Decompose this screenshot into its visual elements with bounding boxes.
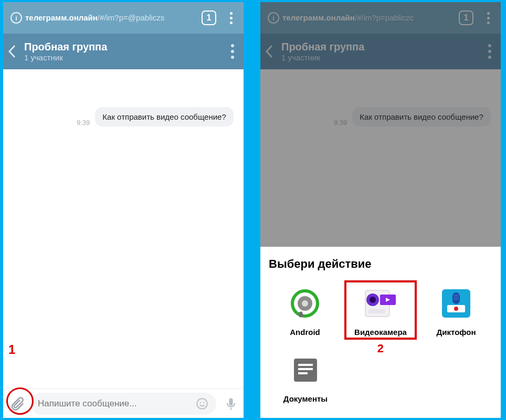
- message-input[interactable]: [38, 398, 195, 409]
- browser-bar: i телеграмм.онлайн/#/im?p=@pabliczs 1: [3, 2, 244, 34]
- svg-rect-23: [298, 368, 313, 370]
- svg-point-10: [370, 297, 376, 303]
- chat-title: Пробная группа: [24, 41, 107, 53]
- site-info-icon[interactable]: i: [10, 12, 22, 24]
- phone-left: i телеграмм.онлайн/#/im?p=@pabliczs 1 Пр…: [3, 2, 244, 418]
- message-input-wrap[interactable]: [30, 393, 216, 415]
- chat-subtitle: 1 участник: [24, 53, 107, 62]
- back-icon[interactable]: [7, 44, 22, 59]
- paperclip-icon: [9, 396, 25, 412]
- action-documents[interactable]: Документы: [269, 347, 342, 406]
- action-videocamera[interactable]: Видеокамера 2: [344, 280, 417, 340]
- videocamera-icon: [361, 284, 400, 323]
- recorder-icon: [436, 284, 476, 323]
- chat-title-block[interactable]: Пробная группа 1 участник: [24, 41, 107, 62]
- svg-rect-17: [452, 292, 460, 304]
- sheet-title: Выбери действие: [269, 257, 492, 271]
- svg-rect-20: [454, 299, 459, 300]
- action-label: Диктофон: [437, 328, 476, 337]
- tabs-button[interactable]: 1: [202, 10, 216, 25]
- svg-rect-24: [298, 372, 308, 374]
- action-label: Android: [290, 328, 320, 337]
- url-path: /#/im?p=@pabliczs: [98, 13, 164, 22]
- message-input-bar: [3, 388, 244, 418]
- svg-point-1: [199, 402, 201, 403]
- svg-point-6: [302, 300, 308, 307]
- svg-point-2: [203, 402, 205, 403]
- svg-point-16: [454, 307, 458, 311]
- svg-rect-18: [454, 295, 459, 296]
- svg-point-0: [197, 398, 207, 409]
- messages-area[interactable]: 9:39 Как отправить видео сообщение? 1: [3, 69, 244, 388]
- phone-right: i телеграмм.онлайн/#/im?p=pabliczc 1 Про…: [260, 2, 501, 418]
- callout-label-2: 2: [377, 342, 384, 355]
- emoji-icon[interactable]: [195, 397, 209, 411]
- microphone-icon[interactable]: [224, 396, 238, 411]
- svg-rect-22: [298, 364, 313, 366]
- action-label: Видеокамера: [354, 328, 407, 337]
- action-sheet: Выбери действие Android: [260, 247, 501, 418]
- browser-menu-icon[interactable]: [225, 12, 237, 24]
- attach-button[interactable]: [8, 395, 26, 413]
- action-row-2: Документы: [269, 347, 492, 406]
- android-icon: [285, 284, 325, 323]
- callout-label-1: 1: [8, 342, 15, 357]
- message-time: 9:39: [77, 119, 90, 127]
- svg-rect-19: [454, 297, 459, 298]
- documents-icon: [286, 350, 325, 390]
- svg-rect-3: [229, 398, 233, 405]
- url-host: телеграмм.онлайн: [25, 13, 98, 22]
- action-recorder[interactable]: Диктофон: [420, 280, 492, 340]
- address-bar[interactable]: i телеграмм.онлайн/#/im?p=@pabliczs: [10, 12, 168, 24]
- chat-header: Пробная группа 1 участник: [3, 34, 244, 69]
- action-label: Документы: [283, 394, 328, 403]
- action-row-1: Android Видеокамера 2: [269, 280, 492, 340]
- chat-menu-icon[interactable]: [231, 44, 234, 59]
- action-android[interactable]: Android: [269, 280, 341, 340]
- svg-rect-13: [368, 309, 385, 313]
- message-row: 9:39 Как отправить видео сообщение?: [77, 107, 244, 127]
- message-bubble[interactable]: Как отправить видео сообщение?: [95, 107, 233, 127]
